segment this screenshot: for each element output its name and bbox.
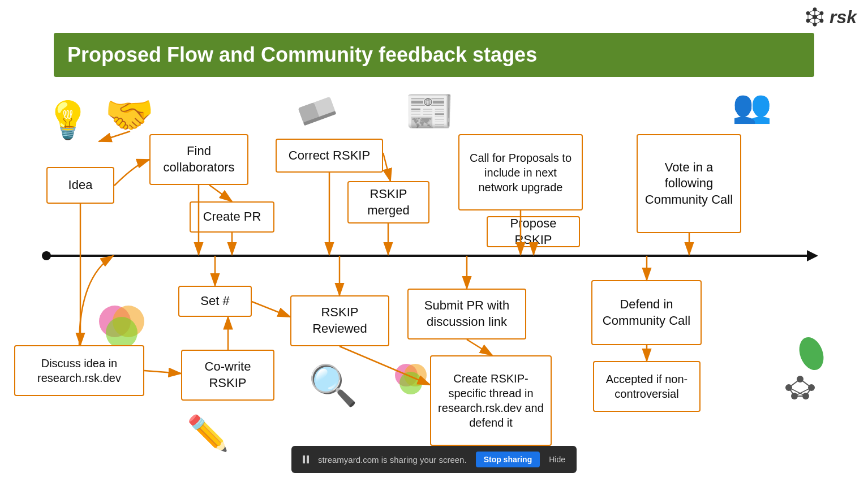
svg-line-35: [800, 379, 811, 388]
timeline: [45, 255, 811, 257]
handshake-icon: 🤝: [105, 92, 154, 138]
set-number-box: Set #: [178, 286, 252, 317]
page-title: Proposed Flow and Community feedback sta…: [67, 43, 537, 66]
lightbulb-icon: 💡: [45, 99, 91, 141]
discuss-idea-box: Discuss idea in research.rsk.dev: [14, 345, 144, 396]
svg-line-17: [808, 21, 815, 25]
rsk-logo-text: rsk: [830, 7, 857, 28]
newspaper-icon: 📰: [405, 88, 454, 134]
hide-button[interactable]: Hide: [549, 455, 565, 464]
propose-rskip-box: Propose RSKIP: [487, 216, 580, 247]
eraser-icon: [294, 88, 340, 136]
community-icon: 👥: [732, 88, 772, 125]
svg-line-13: [808, 10, 815, 14]
rskip-reviewed-box: RSKIP Reviewed: [290, 295, 389, 346]
idea-box: Idea: [46, 167, 114, 204]
find-collaborators-box: Find collaborators: [149, 134, 248, 185]
svg-point-28: [795, 334, 826, 373]
streamyard-notification: streamyard.com is sharing your screen. S…: [291, 446, 577, 473]
pencil-paper-icon: ✏️: [187, 413, 229, 453]
svg-line-18: [815, 21, 822, 25]
svg-point-27: [399, 372, 422, 394]
header-banner: Proposed Flow and Community feedback sta…: [54, 33, 814, 77]
svg-line-14: [815, 10, 822, 14]
accepted-box: Accepted if non-controversial: [593, 361, 701, 412]
svg-point-24: [106, 317, 137, 349]
rsk-logo: rsk: [803, 6, 857, 28]
streamyard-message: streamyard.com is sharing your screen.: [318, 455, 467, 465]
ethereum-leaf-icon: [775, 334, 826, 404]
defend-community-box: Defend in Community Call: [591, 280, 702, 345]
pause-icon: [303, 455, 309, 463]
rskip-merged-box: RSKIP merged: [347, 181, 429, 223]
stop-sharing-button[interactable]: Stop sharing: [476, 452, 540, 467]
rsk-network-icon: [803, 6, 826, 28]
call-for-proposals-box: Call for Proposals to include in next ne…: [458, 134, 583, 210]
create-rskip-thread-box: Create RSKIP-specific thread in research…: [430, 355, 552, 446]
co-write-rskip-box: Co-write RSKIP: [181, 350, 274, 401]
correct-rskip-box: Correct RSKIP: [276, 139, 383, 173]
submit-pr-box: Submit PR with discussion link: [407, 289, 526, 339]
svg-line-34: [789, 379, 800, 388]
create-pr-box: Create PR: [190, 201, 274, 233]
vote-community-box: Vote in a following Community Call: [637, 134, 741, 233]
magnify-figure-icon: 🔍: [308, 362, 358, 409]
venn-small-icon: [390, 359, 430, 403]
